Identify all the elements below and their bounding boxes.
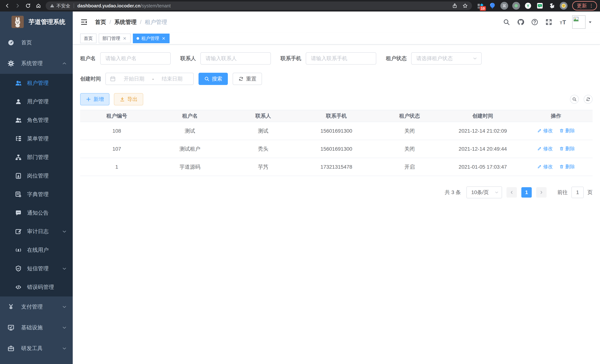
create-time-range-picker[interactable]: 开始日期 - 结束日期 — [105, 73, 194, 85]
extension-command-icon[interactable] — [500, 2, 508, 10]
delete-link[interactable]: 删除 — [559, 127, 575, 134]
extension-emoji-icon[interactable] — [560, 2, 568, 10]
tenant-status-select[interactable]: 请选择租户状态 — [411, 52, 482, 65]
top-navbar: 首页/系统管理/租户管理 TT — [73, 11, 600, 33]
active-dot-icon — [137, 37, 139, 40]
sidebar-item-menu[interactable]: 菜单管理 — [0, 130, 73, 148]
filter-row-1: 租户名 联系人 联系手机 租户状态 请选择租户状态 — [80, 52, 593, 65]
sidebar-item-dept[interactable]: 部门管理 — [0, 148, 73, 167]
sidebar-item-notice[interactable]: 通知公告 — [0, 204, 73, 222]
trash-icon — [559, 128, 564, 133]
browser-address-bar[interactable]: 不安全 dashboard.yudao.iocoder.cn/system/te… — [46, 1, 472, 10]
sidebar-item-dict[interactable]: 字典管理 — [0, 185, 73, 204]
export-button[interactable]: 导出 — [114, 93, 143, 105]
sidebar-item-error-code[interactable]: 错误码管理 — [0, 278, 73, 297]
contact-person-label: 联系人 — [180, 55, 196, 62]
extension-chat-icon[interactable] — [536, 2, 544, 10]
sidebar-item-user[interactable]: 用户管理 — [0, 92, 73, 111]
avatar[interactable] — [572, 15, 586, 29]
search-icon — [572, 97, 577, 102]
trash-icon — [559, 164, 564, 169]
sidebar-item-role[interactable]: 角色管理 — [0, 111, 73, 130]
sidebar-item-tenant[interactable]: 租户管理 — [0, 74, 73, 92]
app-logo[interactable]: 芋道管理系统 — [0, 11, 73, 32]
contact-person-field: 联系人 — [180, 52, 271, 65]
extension-blocks-icon[interactable]: 10 — [477, 2, 484, 10]
sidebar-item-system[interactable]: 系统管理 — [0, 53, 73, 74]
header-search-icon[interactable] — [503, 18, 510, 26]
extension-record-icon[interactable] — [512, 2, 520, 10]
close-icon[interactable] — [161, 36, 166, 41]
tenant-name-input[interactable] — [100, 52, 171, 65]
table-cell-created: 2021-12-14 20:49:44 — [446, 140, 519, 158]
sidebar-item-devtools[interactable]: 研发工具 — [0, 338, 73, 359]
sidebar-item-label: 错误码管理 — [27, 283, 54, 291]
extension-balloon-icon[interactable] — [488, 2, 496, 10]
next-page-button[interactable] — [536, 187, 547, 198]
bookmark-star-icon[interactable] — [462, 3, 468, 9]
role-users-icon — [15, 117, 22, 124]
reset-button[interactable]: 重置 — [233, 73, 262, 85]
edit-pencil-icon — [537, 164, 542, 169]
browser-back-button[interactable] — [3, 1, 11, 10]
table-cell-name: 测试 — [153, 122, 227, 140]
github-icon[interactable] — [517, 18, 524, 26]
online-user-icon — [15, 247, 22, 254]
refresh-table-button[interactable] — [584, 95, 593, 104]
font-size-icon[interactable]: TT — [559, 18, 567, 26]
breadcrumb-item[interactable]: 首页 — [95, 18, 106, 26]
fullscreen-icon[interactable] — [545, 18, 553, 26]
sidebar-item-infra[interactable]: 基础设施 — [0, 317, 73, 338]
table-column-header: 租户名 — [153, 110, 227, 122]
back-arrow-icon — [4, 3, 10, 9]
pagination: 共 3 条 10条/页 1 前往 页 — [80, 187, 593, 198]
close-icon[interactable] — [122, 36, 127, 41]
delete-link[interactable]: 删除 — [559, 145, 575, 152]
tab-home[interactable]: 首页 — [80, 34, 96, 43]
breadcrumb-item[interactable]: 系统管理 — [114, 18, 137, 26]
edit-link[interactable]: 修改 — [537, 163, 553, 170]
sidebar-item-online-user[interactable]: 在线用户 — [0, 241, 73, 259]
devtool-box-icon — [7, 345, 14, 352]
svg-text:T: T — [562, 19, 566, 26]
browser-reload-button[interactable] — [24, 1, 32, 10]
sidebar-item-audit-log[interactable]: 审计日志 — [0, 222, 73, 241]
avatar-dropdown-caret-icon[interactable] — [588, 20, 593, 25]
toggle-search-button[interactable] — [570, 95, 579, 104]
chevron-left-icon — [509, 190, 514, 195]
delete-link[interactable]: 删除 — [559, 163, 575, 170]
breadcrumb-item: 租户管理 — [145, 18, 167, 26]
help-icon[interactable] — [531, 18, 538, 26]
edit-link[interactable]: 修改 — [537, 127, 553, 134]
page-1-button[interactable]: 1 — [521, 187, 532, 198]
sidebar-item-sms[interactable]: 短信管理 — [0, 259, 73, 278]
contact-phone-input[interactable] — [306, 52, 376, 65]
tab-dept[interactable]: 部门管理 — [99, 34, 131, 43]
prev-page-button[interactable] — [506, 187, 517, 198]
browser-home-button[interactable] — [34, 1, 43, 10]
table-cell-contact: 芋艿 — [226, 158, 300, 176]
tab-tenant[interactable]: 租户管理 — [133, 34, 169, 43]
sidebar-item-home[interactable]: 首页 — [0, 32, 73, 53]
browser-forward-button[interactable] — [13, 1, 22, 10]
contact-person-input[interactable] — [200, 52, 271, 65]
share-icon[interactable] — [452, 3, 458, 9]
emoji-face-icon — [561, 3, 566, 8]
sidebar-item-pay[interactable]: 支付管理 — [0, 297, 73, 317]
error-code-icon — [15, 284, 22, 291]
audit-log-icon — [15, 228, 22, 235]
page-size-select[interactable]: 10条/页 — [466, 187, 502, 198]
extension-puzzle-icon[interactable] — [548, 2, 556, 10]
browser-update-button[interactable]: 更新 — [572, 1, 597, 10]
sidebar-collapse-icon[interactable] — [80, 18, 88, 26]
table-column-header: 创建时间 — [446, 110, 519, 122]
add-button[interactable]: 新增 — [80, 93, 110, 105]
rabbit-logo-icon — [11, 16, 24, 28]
extension-y-icon[interactable]: Y — [524, 2, 532, 10]
edit-link[interactable]: 修改 — [537, 145, 553, 152]
goto-page-input[interactable] — [572, 187, 584, 198]
sidebar-item-post[interactable]: 岗位管理 — [0, 167, 73, 185]
app-title: 芋道管理系统 — [28, 18, 65, 26]
sidebar-item-label: 研发工具 — [21, 345, 43, 352]
search-button[interactable]: 搜索 — [198, 73, 228, 85]
